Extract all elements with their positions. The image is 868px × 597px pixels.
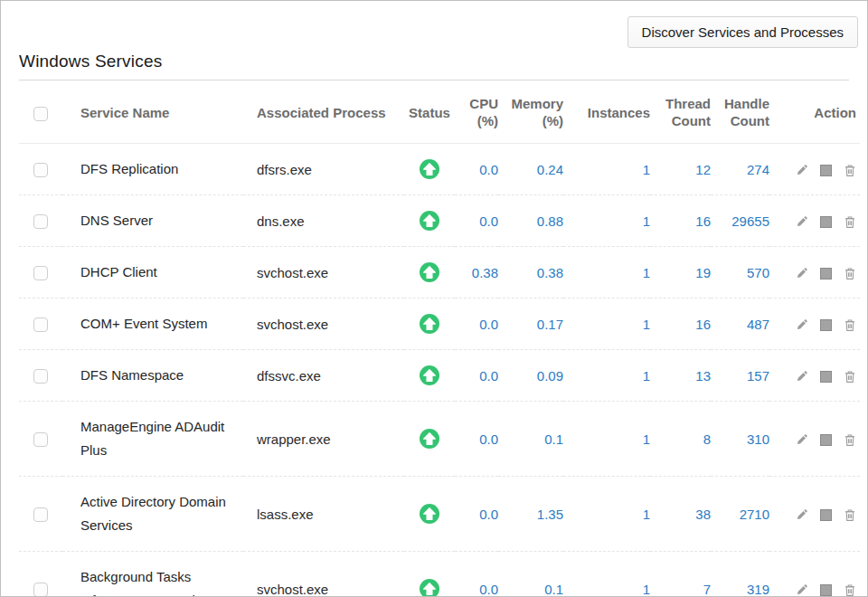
- thread-count-value[interactable]: 19: [695, 265, 711, 280]
- memory-percent-value[interactable]: 0.38: [537, 265, 563, 280]
- action-cell: [769, 350, 860, 402]
- edit-icon[interactable]: [796, 370, 808, 383]
- thread-count-value[interactable]: 16: [695, 213, 711, 229]
- action-cell: [769, 298, 860, 350]
- action-cell: [769, 144, 860, 195]
- status-up-icon: [420, 262, 439, 282]
- associated-process: svchost.exe: [257, 265, 328, 280]
- cpu-percent-value[interactable]: 0.38: [472, 265, 498, 280]
- select-all-cell: [19, 81, 62, 144]
- column-header-status: Status: [404, 81, 455, 144]
- memory-percent-value[interactable]: 0.24: [537, 162, 563, 177]
- stop-icon[interactable]: [820, 434, 832, 446]
- handle-count-value[interactable]: 310: [747, 431, 769, 447]
- associated-process: svchost.exe: [257, 317, 328, 332]
- associated-process: dns.exe: [257, 213, 305, 229]
- instances-value[interactable]: 1: [643, 507, 650, 522]
- cpu-percent-value[interactable]: 0.0: [479, 213, 498, 229]
- memory-percent-value[interactable]: 0.1: [544, 582, 563, 597]
- thread-count-value[interactable]: 13: [695, 368, 711, 384]
- cpu-percent-value[interactable]: 0.0: [479, 368, 498, 384]
- thread-count-value[interactable]: 12: [695, 162, 711, 177]
- edit-icon[interactable]: [796, 267, 808, 280]
- handle-count-value[interactable]: 2710: [740, 507, 769, 522]
- associated-process: dfsrs.exe: [257, 162, 312, 177]
- stop-icon[interactable]: [820, 216, 832, 228]
- discover-services-button[interactable]: Discover Services and Processes: [627, 16, 858, 48]
- stop-icon[interactable]: [820, 371, 832, 383]
- action-cell: [769, 247, 860, 298]
- row-checkbox[interactable]: [33, 507, 48, 522]
- instances-value[interactable]: 1: [643, 582, 650, 597]
- edit-icon[interactable]: [796, 215, 808, 228]
- edit-icon[interactable]: [796, 583, 808, 596]
- edit-icon[interactable]: [796, 318, 808, 331]
- thread-count-value[interactable]: 8: [703, 431, 711, 447]
- row-checkbox[interactable]: [33, 369, 48, 384]
- handle-count-value[interactable]: 570: [747, 265, 769, 280]
- action-cell: [769, 552, 860, 597]
- cpu-percent-value[interactable]: 0.0: [479, 507, 498, 522]
- delete-icon[interactable]: [844, 215, 856, 229]
- row-checkbox[interactable]: [33, 163, 48, 177]
- handle-count-value[interactable]: 29655: [731, 213, 769, 229]
- instances-value[interactable]: 1: [643, 213, 650, 229]
- status-up-icon: [420, 579, 439, 597]
- row-select-cell: [19, 477, 62, 552]
- stop-icon[interactable]: [820, 268, 832, 280]
- status-up-icon: [420, 211, 439, 231]
- stop-icon[interactable]: [820, 509, 832, 521]
- instances-value[interactable]: 1: [643, 265, 650, 280]
- edit-icon[interactable]: [796, 508, 808, 521]
- row-checkbox[interactable]: [33, 583, 48, 597]
- thread-count-value[interactable]: 7: [703, 582, 711, 597]
- cpu-percent-value[interactable]: 0.0: [479, 317, 498, 332]
- row-checkbox[interactable]: [33, 214, 48, 229]
- select-all-checkbox[interactable]: [33, 107, 48, 121]
- service-name: COM+ Event System: [80, 312, 207, 336]
- row-select-cell: [19, 144, 62, 195]
- memory-percent-value[interactable]: 1.35: [537, 507, 563, 522]
- table-header-row: Service Name Associated Process Status C…: [19, 81, 860, 144]
- instances-value[interactable]: 1: [643, 162, 650, 177]
- table-row: Background Tasks Infrastructure Service …: [19, 552, 860, 597]
- edit-icon[interactable]: [796, 164, 808, 176]
- delete-icon[interactable]: [844, 370, 856, 384]
- cpu-percent-value[interactable]: 0.0: [479, 162, 498, 177]
- memory-percent-value[interactable]: 0.1: [544, 431, 563, 447]
- table-row: DHCP Client svchost.exe 0.38 0.38 1 19 5…: [19, 247, 860, 298]
- delete-icon[interactable]: [844, 508, 856, 522]
- memory-percent-value[interactable]: 0.88: [537, 213, 563, 229]
- delete-icon[interactable]: [844, 433, 856, 447]
- column-header-memory: Memory (%): [498, 81, 563, 144]
- stop-icon[interactable]: [820, 584, 832, 596]
- row-checkbox[interactable]: [33, 317, 48, 332]
- handle-count-value[interactable]: 487: [747, 317, 769, 332]
- stop-icon[interactable]: [820, 165, 832, 176]
- row-checkbox[interactable]: [33, 432, 48, 447]
- memory-percent-value[interactable]: 0.17: [537, 317, 563, 332]
- thread-count-value[interactable]: 16: [695, 317, 711, 332]
- delete-icon[interactable]: [844, 267, 856, 280]
- instances-value[interactable]: 1: [643, 431, 650, 447]
- status-up-icon: [420, 365, 439, 385]
- delete-icon[interactable]: [844, 164, 856, 177]
- handle-count-value[interactable]: 319: [747, 582, 769, 597]
- row-checkbox[interactable]: [33, 266, 48, 280]
- page-title: Windows Services: [19, 52, 849, 71]
- memory-percent-value[interactable]: 0.09: [537, 368, 563, 384]
- thread-count-value[interactable]: 38: [695, 507, 711, 522]
- handle-count-value[interactable]: 157: [747, 368, 769, 384]
- table-row: ManageEngine ADAudit Plus wrapper.exe 0.…: [19, 402, 860, 477]
- edit-icon[interactable]: [796, 433, 808, 446]
- status-up-icon: [420, 314, 439, 334]
- delete-icon[interactable]: [844, 318, 856, 332]
- cpu-percent-value[interactable]: 0.0: [479, 431, 498, 447]
- column-header-handle-count: Handle Count: [711, 81, 769, 144]
- stop-icon[interactable]: [820, 319, 832, 331]
- handle-count-value[interactable]: 274: [747, 162, 769, 177]
- delete-icon[interactable]: [844, 583, 856, 597]
- instances-value[interactable]: 1: [643, 317, 650, 332]
- cpu-percent-value[interactable]: 0.0: [479, 582, 498, 597]
- instances-value[interactable]: 1: [643, 368, 650, 384]
